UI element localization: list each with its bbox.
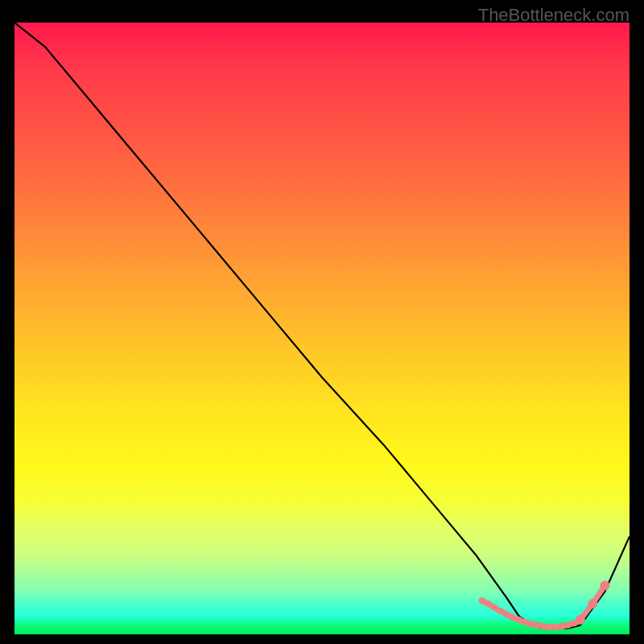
svg-point-2: [491, 605, 497, 611]
chart-plot-area: [14, 23, 630, 634]
svg-point-1: [485, 601, 491, 607]
svg-point-8: [528, 621, 535, 627]
svg-point-17: [588, 599, 597, 609]
chart-line: [14, 23, 630, 628]
watermark-text: TheBottleneck.com: [478, 5, 630, 26]
svg-point-6: [516, 617, 522, 623]
svg-point-0: [479, 597, 485, 604]
chart-markers: [479, 580, 610, 630]
svg-point-18: [600, 580, 609, 590]
chart-svg: [14, 23, 630, 634]
svg-point-14: [565, 622, 572, 629]
svg-point-16: [576, 615, 585, 625]
svg-point-7: [522, 619, 528, 625]
svg-point-4: [503, 611, 510, 617]
svg-point-10: [540, 623, 547, 630]
svg-point-3: [497, 608, 504, 614]
svg-point-5: [510, 614, 516, 621]
svg-point-9: [534, 622, 540, 629]
svg-point-11: [547, 624, 553, 630]
svg-point-12: [552, 624, 559, 630]
svg-point-13: [559, 623, 565, 630]
